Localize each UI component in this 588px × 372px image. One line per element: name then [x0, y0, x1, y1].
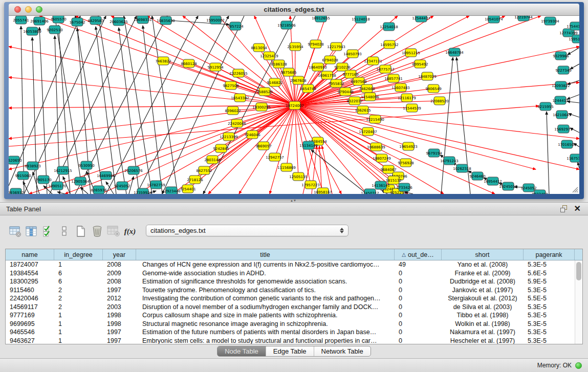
delete-column-icon[interactable]: [89, 224, 105, 239]
column-header-title[interactable]: title: [136, 249, 395, 260]
tab-edge-table[interactable]: Edge Table: [266, 346, 314, 356]
table-cell: 2008: [103, 277, 136, 286]
graph-node-label: 15124018: [352, 17, 370, 21]
graph-node-label: 12774399: [559, 31, 578, 35]
graph-node-label: 23226055: [229, 72, 248, 76]
table-row[interactable]: 1938455462009Genome-wide association stu…: [6, 269, 582, 278]
graph-node-label: 16648784: [445, 51, 464, 55]
graph-node-label: 19245012: [499, 185, 517, 189]
column-header-name[interactable]: name: [6, 249, 54, 260]
scrollbar-thumb[interactable]: [576, 262, 581, 280]
graph-node-label: 5912954: [207, 65, 224, 70]
graph-node-label: 10262318: [453, 167, 471, 171]
graph-node-label: 14136141: [372, 184, 390, 188]
table-cell: 1: [54, 260, 103, 269]
table-row[interactable]: 969969511998Structural magnetic resonanc…: [6, 320, 582, 329]
table-mode-icon[interactable]: [7, 224, 24, 239]
graph-node-label: 11544539: [403, 106, 421, 111]
float-panel-icon[interactable]: [560, 205, 568, 213]
table-cell: 9699695: [6, 320, 54, 329]
table-cell: Tourette syndrome. Phenomenology and cla…: [136, 286, 395, 295]
graph-node-label: 6794028: [322, 58, 338, 62]
graph-node-label: 18487029: [418, 75, 437, 79]
table-cell: 1997: [103, 328, 136, 337]
table-row[interactable]: 946362711997Embryonic stem cells: a mode…: [6, 337, 582, 345]
network-view-window[interactable]: citations_edges.txt 74638228660128591295…: [4, 2, 584, 199]
create-column-icon[interactable]: [73, 224, 89, 239]
graph-node-label: 2055741: [13, 18, 29, 23]
select-columns-icon[interactable]: [40, 224, 56, 239]
column-header-pagerank[interactable]: pagerank: [524, 249, 575, 260]
table-cell: 5.3E-5: [524, 303, 575, 312]
column-header-out_de[interactable]: △out_de…: [395, 249, 442, 260]
delete-table-icon[interactable]: [105, 224, 122, 239]
graph-node-label: 16912655: [312, 16, 330, 20]
table-cell: 1: [54, 320, 103, 329]
table-cell: Embryonic stem cells: a model to study s…: [136, 337, 395, 345]
table-cell: 2012: [103, 294, 136, 303]
table-panel: Table Panel ✕ f(x) citat: [0, 202, 588, 358]
table-row[interactable]: 911546021997Tourette syndrome. Phenomeno…: [6, 286, 582, 295]
graph-node-label: 8938923: [25, 164, 40, 168]
graph-node-label: 15720407: [359, 130, 377, 134]
function-builder-icon[interactable]: f(x): [122, 224, 138, 239]
column-header-year[interactable]: year: [103, 249, 136, 260]
graph-node-label: 8186328: [271, 62, 287, 67]
table-cell: 1997: [103, 286, 136, 295]
column-header-in_degree[interactable]: in_degree: [54, 249, 103, 260]
network-canvas[interactable]: 7463822866012859129542322605598275081654…: [9, 16, 579, 194]
table-row[interactable]: 1456911722003Disruption of a novel membe…: [6, 303, 582, 312]
graph-node-label: 15951074: [569, 37, 579, 41]
graph-node-label: 18807249: [373, 157, 391, 161]
graph-node-label: 12116179: [398, 96, 416, 100]
graph-node-label: 11675330: [567, 157, 579, 161]
graph-node-label: 10951215: [402, 51, 420, 55]
graph-node-label: 22088520: [430, 99, 449, 103]
graph-node-label: 14595752: [380, 43, 399, 47]
citation-graph[interactable]: 7463822866012859129542322605598275081654…: [9, 16, 579, 194]
table-cell: 1: [54, 337, 103, 345]
tab-network-table[interactable]: Network Table: [314, 346, 371, 356]
table-row[interactable]: 1872400712008Changes of HCN gene express…: [6, 260, 582, 269]
table-row[interactable]: 946554611997Estimation of the future num…: [6, 328, 582, 337]
table-cell: Tibbo et al. (1998): [442, 311, 524, 320]
graph-node-label: 2803144: [204, 158, 221, 162]
table-cell: Stergiakouli et al. (2012): [442, 294, 524, 303]
show-columns-icon[interactable]: [24, 224, 40, 239]
graph-node-label: 12325419: [260, 54, 278, 58]
table-row[interactable]: 1830029562008Estimation of significance …: [6, 277, 582, 286]
resize-grip-icon[interactable]: [571, 186, 578, 193]
graph-node-label: 16954412: [484, 180, 502, 184]
graph-node-label: 18775712: [376, 68, 395, 72]
graph-node-label: 8265936: [91, 188, 107, 192]
table-cell: Nakamura et al. (1997): [442, 328, 524, 337]
graph-node-label: 12450312: [361, 191, 379, 194]
graph-node-label: 1245052: [520, 186, 536, 190]
graph-node-label: 18640910: [309, 65, 327, 70]
table-cell: Dudbridge et al. (2008): [442, 277, 524, 286]
vertical-scrollbar[interactable]: [575, 260, 582, 344]
graph-node-label: 15134149: [299, 144, 318, 148]
table-cell: 0: [395, 269, 442, 278]
table-row[interactable]: 2242004622012Investigating the contribut…: [6, 294, 582, 303]
table-select-dropdown[interactable]: citations_edges.txt: [146, 225, 349, 236]
graph-node-label: 9329966: [553, 54, 569, 58]
close-panel-icon[interactable]: ✕: [574, 205, 581, 213]
graph-node-label: 10688639: [367, 145, 385, 149]
table-cell: 19384554: [6, 269, 54, 278]
graph-node-label: 12217943: [327, 45, 345, 49]
network-window-titlebar[interactable]: citations_edges.txt: [9, 4, 579, 16]
table-cell: 0: [395, 286, 442, 295]
table-cell: 6: [54, 277, 103, 286]
tab-node-table[interactable]: Node Table: [217, 346, 266, 356]
column-header-short[interactable]: short: [442, 249, 524, 260]
table-cell: 14569117: [6, 303, 54, 312]
column-header-label: year: [113, 251, 125, 258]
table-cell: 1997: [103, 337, 136, 345]
graph-node-label: 11607483: [391, 86, 410, 90]
graph-node-label: 17544170: [567, 25, 579, 29]
table-cell: Franke et al. (2009): [442, 269, 524, 278]
graph-node-label: 16469986: [97, 174, 115, 178]
row-height-icon[interactable]: [56, 224, 73, 239]
table-row[interactable]: 977716911998Corpus callosum shape and si…: [6, 311, 582, 320]
